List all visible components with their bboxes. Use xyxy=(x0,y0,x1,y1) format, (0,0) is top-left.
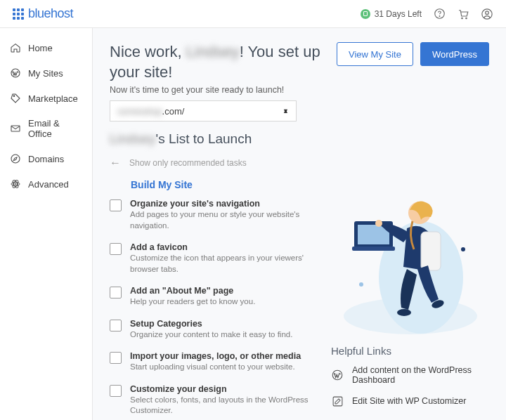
task-checkbox[interactable] xyxy=(110,320,122,332)
help-icon[interactable] xyxy=(433,8,446,20)
task-desc: Customize the icon that appears in your … xyxy=(130,253,316,275)
tag-icon xyxy=(10,93,21,104)
cart-icon[interactable] xyxy=(457,8,469,20)
svg-point-22 xyxy=(397,309,411,316)
sidebar-item-label: Marketplace xyxy=(28,93,78,104)
task-title: Add a favicon xyxy=(130,242,316,252)
svg-point-25 xyxy=(359,282,363,287)
svg-point-9 xyxy=(11,155,20,163)
task-desc: Select colors, fonts, and layouts in the… xyxy=(130,395,316,416)
recommend-toggle[interactable]: Show only recommended tasks xyxy=(129,158,247,168)
sidebar-item-label: Domains xyxy=(28,154,64,164)
task-title: Import your images, logo, or other media xyxy=(130,351,301,361)
svg-point-21 xyxy=(375,220,382,227)
task-desc: Help your readers get to know you. xyxy=(130,296,255,308)
sidebar-item-email[interactable]: Email & Office xyxy=(0,111,92,146)
sidebar-item-label: Home xyxy=(28,43,53,53)
task-checkbox[interactable] xyxy=(110,352,122,364)
domain-select[interactable]: somesetup.com/ ▲▼ xyxy=(110,100,297,122)
sidebar-item-label: My Sites xyxy=(28,68,63,79)
wordpress-button[interactable]: WordPress xyxy=(420,42,489,66)
home-icon xyxy=(10,42,21,53)
compass-icon xyxy=(10,153,21,164)
sidebar: Home My Sites Marketplace Email & Office… xyxy=(0,28,93,420)
task-title: Add an "About Me" page xyxy=(130,286,255,296)
task-favicon[interactable]: Add a favicon Customize the icon that ap… xyxy=(110,242,316,275)
svg-point-3 xyxy=(466,18,467,19)
help-link-label: Edit Site with WP Customizer xyxy=(352,396,466,406)
page-title: Nice work, Lindsey! You set up your site… xyxy=(110,42,325,82)
brand-grid-icon xyxy=(13,8,24,20)
build-section-title: Build My Site xyxy=(110,179,316,190)
sidebar-item-domains[interactable]: Domains xyxy=(0,146,92,171)
view-my-site-button[interactable]: View My Site xyxy=(337,42,413,66)
wordpress-icon xyxy=(331,369,344,381)
brand-name: bluehost xyxy=(28,6,73,21)
task-design[interactable]: Customize your design Select colors, fon… xyxy=(110,384,316,416)
svg-point-2 xyxy=(462,18,463,19)
arrow-left-icon[interactable]: ← xyxy=(110,157,121,169)
task-title: Organize your site's navigation xyxy=(130,199,316,209)
task-checkbox[interactable] xyxy=(110,287,122,298)
sidebar-item-mysites[interactable]: My Sites xyxy=(0,60,92,86)
svg-point-10 xyxy=(15,183,16,185)
helpful-links-title: Helpful Links xyxy=(331,345,489,357)
svg-point-7 xyxy=(13,96,15,97)
task-desc: Add pages to your menu or style your web… xyxy=(130,209,316,231)
lock-icon xyxy=(361,9,370,19)
task-desc: Start uploading visual content to your w… xyxy=(130,362,301,373)
svg-point-5 xyxy=(486,11,489,14)
task-title: Setup Categories xyxy=(130,319,292,329)
sidebar-item-home[interactable]: Home xyxy=(0,35,92,60)
svg-point-1 xyxy=(439,16,440,17)
envelope-icon xyxy=(10,123,21,134)
sidebar-item-label: Advanced xyxy=(28,179,69,190)
svg-point-24 xyxy=(461,247,465,251)
sidebar-item-marketplace[interactable]: Marketplace xyxy=(0,86,92,111)
days-left-label: 31 Days Left xyxy=(375,9,422,19)
brand-logo[interactable]: bluehost xyxy=(13,6,73,21)
task-checkbox[interactable] xyxy=(110,199,122,211)
task-categories[interactable]: Setup Categories Organize your content t… xyxy=(110,319,316,341)
svg-rect-19 xyxy=(421,232,441,270)
svg-rect-8 xyxy=(11,126,20,131)
svg-rect-27 xyxy=(333,397,342,406)
trial-days-left: 31 Days Left xyxy=(361,9,422,19)
sidebar-item-advanced[interactable]: Advanced xyxy=(0,171,92,197)
task-title: Customize your design xyxy=(130,384,316,394)
task-navigation[interactable]: Organize your site's navigation Add page… xyxy=(110,199,316,231)
sidebar-item-label: Email & Office xyxy=(28,118,82,139)
help-link-label: Add content on the WordPress Dashboard xyxy=(352,365,489,385)
onboarding-illustration xyxy=(337,179,484,341)
list-title: Lindsey's List to Launch xyxy=(110,131,325,147)
domain-value: somesetup.com/ xyxy=(117,106,184,117)
help-link-wp-dashboard[interactable]: Add content on the WordPress Dashboard xyxy=(331,365,489,385)
wordpress-icon xyxy=(10,67,21,79)
task-about[interactable]: Add an "About Me" page Help your readers… xyxy=(110,286,316,308)
user-icon[interactable] xyxy=(481,8,493,20)
task-desc: Organize your content to make it easy to… xyxy=(130,329,292,341)
atom-icon xyxy=(10,178,21,190)
help-link-customizer[interactable]: Edit Site with WP Customizer xyxy=(331,395,489,407)
edit-icon xyxy=(331,395,344,407)
task-checkbox[interactable] xyxy=(110,385,122,397)
task-checkbox[interactable] xyxy=(110,243,122,255)
svg-rect-18 xyxy=(352,247,395,251)
subheading: Now it's time to get your site ready to … xyxy=(110,85,325,95)
task-media[interactable]: Import your images, logo, or other media… xyxy=(110,351,316,373)
